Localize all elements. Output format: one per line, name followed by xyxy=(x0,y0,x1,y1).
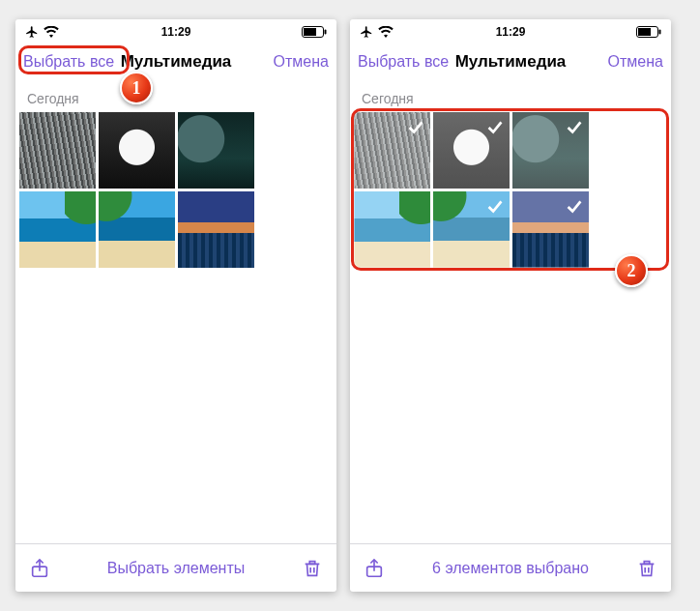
share-icon[interactable] xyxy=(29,558,50,579)
screen-after: 11:29 Выбрать все Мультимедиа Отмена Сег… xyxy=(350,19,671,592)
thumb-dice[interactable] xyxy=(433,112,510,189)
selected-count-label[interactable]: 6 элементов выбрано xyxy=(432,560,589,577)
footer-bar: 6 элементов выбрано xyxy=(350,543,671,592)
checkmark-icon xyxy=(484,116,506,137)
thumb-dark-rock[interactable] xyxy=(178,112,254,189)
checkmark-icon xyxy=(405,195,426,217)
checkmark-icon xyxy=(484,195,506,217)
checkmark-icon xyxy=(405,116,426,137)
trash-icon[interactable] xyxy=(302,558,323,579)
select-all-button[interactable]: Выбрать все xyxy=(23,53,114,71)
clock-label: 11:29 xyxy=(350,25,671,39)
section-today-label: Сегодня xyxy=(15,83,336,112)
cancel-button[interactable]: Отмена xyxy=(608,53,663,71)
thumb-spiky-grass[interactable] xyxy=(354,112,430,189)
thumb-beach-palms-2[interactable] xyxy=(433,191,510,268)
thumb-spiky-grass[interactable] xyxy=(19,112,96,189)
thumb-sunset-sea[interactable] xyxy=(512,191,589,268)
select-items-button[interactable]: Выбрать элементы xyxy=(107,560,246,577)
select-all-button[interactable]: Выбрать все xyxy=(358,53,449,71)
thumb-sunset-sea[interactable] xyxy=(178,191,254,268)
step-badge-2: 2 xyxy=(615,254,648,287)
thumb-beach-palms-1[interactable] xyxy=(19,191,96,268)
section-today-label: Сегодня xyxy=(350,83,671,112)
status-bar: 11:29 xyxy=(15,19,336,41)
checkmark-icon xyxy=(564,195,585,217)
clock-label: 11:29 xyxy=(15,25,336,39)
media-grid xyxy=(15,112,336,268)
checkmark-icon xyxy=(564,116,585,137)
thumb-dark-rock[interactable] xyxy=(512,112,589,189)
nav-bar: Выбрать все Мультимедиа Отмена xyxy=(350,41,671,83)
trash-icon[interactable] xyxy=(636,558,657,579)
share-icon[interactable] xyxy=(364,558,385,579)
media-grid xyxy=(350,112,671,268)
thumb-beach-palms-2[interactable] xyxy=(99,191,175,268)
nav-bar: Выбрать все Мультимедиа Отмена xyxy=(15,41,336,83)
cancel-button[interactable]: Отмена xyxy=(274,53,329,71)
thumb-beach-palms-1[interactable] xyxy=(354,191,430,268)
footer-bar: Выбрать элементы xyxy=(15,543,336,592)
status-bar: 11:29 xyxy=(350,19,671,41)
screen-before: 11:29 Выбрать все Мультимедиа Отмена Сег… xyxy=(15,19,336,592)
step-badge-1: 1 xyxy=(120,72,153,104)
thumb-dice[interactable] xyxy=(99,112,175,189)
